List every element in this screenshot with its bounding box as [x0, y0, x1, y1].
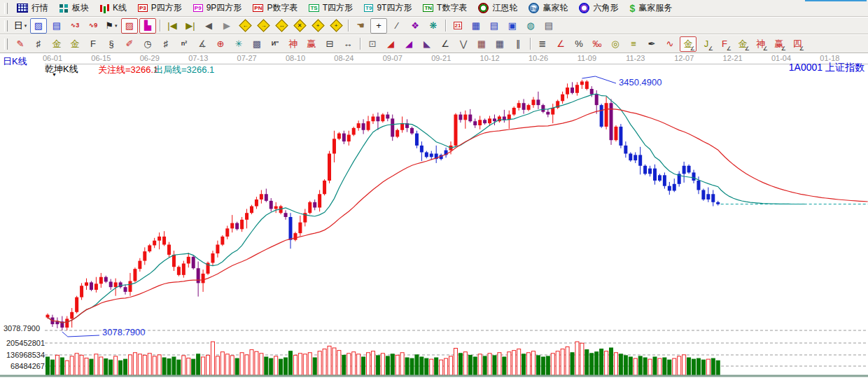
draw-pen-icon[interactable]: ✎	[12, 36, 29, 52]
diamond-right-icon[interactable]: →	[255, 18, 272, 34]
f-angle-icon[interactable]: F∠	[716, 36, 733, 52]
gold-level-icon[interactable]: ≡	[625, 36, 642, 52]
print-icon[interactable]: ▤	[540, 18, 557, 34]
ruler-123-icon[interactable]: ⊟	[321, 36, 338, 52]
gold-angle-icon[interactable]: 金∠	[680, 36, 696, 52]
price-scale-icon[interactable]: ≣	[534, 36, 551, 52]
percent-angle-icon[interactable]: ∠	[552, 36, 569, 52]
trendline-tool-icon[interactable]: ∕	[388, 18, 405, 34]
fibonacci-lines-icon[interactable]: F	[85, 36, 102, 52]
diamond-cross-icon[interactable]: +	[328, 18, 344, 34]
wave-shape-tool-icon[interactable]: ❋	[425, 18, 442, 34]
span-arrows-icon[interactable]: ↔	[340, 36, 356, 52]
star-grid-icon[interactable]: ✳	[230, 36, 247, 52]
ink-note-icon[interactable]: ✒	[643, 36, 660, 52]
menu-gann-wheel[interactable]: 江恩轮	[472, 1, 523, 15]
shen-lines-icon[interactable]: 神	[285, 36, 302, 52]
gold2-angle-icon[interactable]: 金∠	[734, 36, 751, 52]
next-bar-icon[interactable]: ▶	[218, 18, 235, 34]
gold-section-icon[interactable]: 金	[48, 36, 65, 52]
menu-9t-square[interactable]: T99T四方形	[358, 1, 417, 15]
j-angle-icon[interactable]: J∠	[698, 36, 715, 52]
angle-measure-icon[interactable]: ∡	[194, 36, 211, 52]
gann-fan-red-icon[interactable]: ◢	[382, 36, 399, 52]
candle-body	[230, 223, 234, 229]
menu-p-table[interactable]: PNP数字表	[247, 1, 303, 15]
toolbar2-grip[interactable]	[4, 20, 8, 31]
notes-icon[interactable]: ▤	[486, 18, 503, 34]
vee-lines-icon[interactable]: ⋁	[455, 36, 472, 52]
menu-sectors[interactable]: 板块	[54, 1, 94, 15]
brush-marker-icon[interactable]: ✐	[121, 36, 138, 52]
diamond-left-icon[interactable]: ←	[237, 18, 253, 34]
ruler-grid-icon[interactable]: ♯	[30, 36, 47, 52]
period-day-dropdown[interactable]: 日▾	[12, 18, 29, 34]
n-squared-icon[interactable]: n²	[176, 36, 192, 52]
kline-candles-icon	[100, 5, 102, 12]
grid-box-icon[interactable]: ▦	[473, 36, 490, 52]
net-grid-icon[interactable]: ▩	[248, 36, 265, 52]
calendar-21-icon[interactable]: 21	[449, 18, 466, 34]
notes-icon: ▤	[490, 21, 498, 30]
chip-distribution-icon[interactable]: ▨	[30, 18, 47, 34]
pattern-red-icon[interactable]: ▨	[121, 18, 138, 34]
kline-type-caret-icon[interactable]: ▼	[52, 72, 57, 77]
scale-ruler-icon[interactable]: ♯	[158, 36, 174, 52]
menu-9p-square[interactable]: P99P四方形	[188, 1, 247, 15]
kline-type-selector[interactable]: 乾坤K线	[45, 63, 78, 76]
angle-lines-icon[interactable]: ∠	[437, 36, 454, 52]
span-arrows-icon: ↔	[344, 39, 353, 48]
crosshair-tool-icon[interactable]: +	[370, 18, 387, 34]
menu-winner-service[interactable]: $赢家服务	[624, 1, 678, 15]
gold-section2-icon[interactable]: 金	[66, 36, 83, 52]
gold-circle-icon[interactable]: ◎	[607, 36, 624, 52]
percent-icon[interactable]: %	[570, 36, 587, 52]
menubar-grip[interactable]	[4, 3, 8, 14]
gann-fan-purple-icon[interactable]: ◢	[400, 36, 417, 52]
wave-percent-icon[interactable]: ∿	[662, 36, 678, 52]
wave-mark-icon[interactable]: И"	[267, 36, 284, 52]
diamond-plus-icon[interactable]: +	[309, 18, 326, 34]
menu-quotes[interactable]: 行情	[11, 1, 54, 15]
volume-bar	[566, 346, 569, 375]
time-cycle-icon[interactable]: ◷	[139, 36, 156, 52]
menu-winner-wheel[interactable]: Big赢家轮	[523, 1, 573, 15]
wave-9-icon[interactable]: ∿9	[85, 18, 102, 34]
last-bar-icon[interactable]: ▶|	[182, 18, 199, 34]
box-range-icon[interactable]: ⊡	[364, 36, 381, 52]
volume-profile-icon[interactable]: ▙	[139, 18, 156, 34]
parallel-lines-icon[interactable]: ∥	[510, 36, 526, 52]
web-export-icon[interactable]: ◍	[522, 18, 539, 34]
menu-hexagon[interactable]: 六角形	[573, 1, 624, 15]
gann-shape-tool-icon[interactable]: ❖	[407, 18, 424, 34]
first-bar-icon[interactable]: |◀	[164, 18, 181, 34]
ying-lines-icon[interactable]: 赢	[303, 36, 320, 52]
chart-area[interactable]: 06-0106-1506-2907-1307-2708-1008-2409-07…	[0, 53, 868, 378]
diamond-x-icon[interactable]: ✕	[291, 18, 308, 34]
menu-p-square[interactable]: P3P四方形	[132, 1, 188, 15]
diamond-lr-icon[interactable]: ↔	[273, 18, 290, 34]
hand-tool-icon[interactable]: ☚	[352, 18, 369, 34]
volume-bar	[551, 354, 554, 375]
gann-fan-dark-icon[interactable]: ◣	[419, 36, 435, 52]
menu-t-square[interactable]: TST四方形	[303, 1, 358, 15]
menu-t-table-label: T数字表	[437, 2, 467, 14]
volume-bar	[187, 358, 190, 375]
spiral-icon[interactable]: §	[103, 36, 120, 52]
prev-bar-icon[interactable]: ◀	[200, 18, 217, 34]
wave-3-icon[interactable]: ∿3	[66, 18, 83, 34]
info-document-icon[interactable]: ▤	[48, 18, 65, 34]
toolbar3-grip[interactable]	[4, 38, 8, 50]
ying-angle-icon[interactable]: 赢∠	[771, 36, 788, 52]
calculator-icon[interactable]: ▦	[468, 18, 484, 34]
si-angle-icon[interactable]: 四∠	[789, 36, 806, 52]
save-icon[interactable]: ▣	[504, 18, 521, 34]
shen-angle-icon[interactable]: 神∠	[752, 36, 769, 52]
menu-t-table[interactable]: TNT数字表	[417, 1, 472, 15]
menu-kline[interactable]: K线	[94, 1, 132, 15]
grid-arrow-icon[interactable]: ▦	[491, 36, 508, 52]
permille-icon[interactable]: ‰	[589, 36, 606, 52]
target-cross-icon[interactable]: ⊕	[212, 36, 229, 52]
volume-bar	[279, 359, 283, 375]
flag-dropdown[interactable]: ⚑▾	[103, 18, 120, 34]
